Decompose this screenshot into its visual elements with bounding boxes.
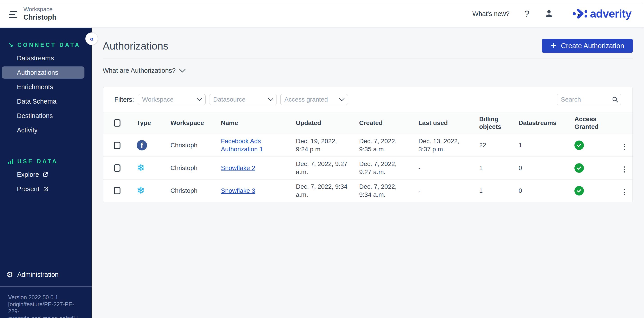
- cell-billing-objects: 22: [472, 134, 512, 157]
- chevron-down-icon: [197, 98, 202, 101]
- version-text: Version 2022.50.0.1: [8, 294, 84, 301]
- external-link-icon: [43, 186, 49, 192]
- cell-datastreams: 1: [512, 134, 568, 157]
- sidebar-item-present[interactable]: Present: [0, 182, 92, 196]
- workspace-filter-select[interactable]: Workspace: [138, 94, 206, 105]
- cell-datastreams: 0: [512, 180, 568, 202]
- table-row: ❄ Christoph Snowflake 3 Dec. 7, 2022, 9:…: [103, 180, 633, 202]
- help-icon[interactable]: ?: [524, 9, 530, 19]
- chevron-down-icon: [268, 98, 273, 101]
- workspace-name: Christoph: [24, 13, 56, 22]
- cell-workspace: Christoph: [164, 180, 214, 202]
- chevron-down-icon: [179, 69, 186, 72]
- sidebar-item-data-schema[interactable]: Data Schema: [0, 94, 92, 108]
- version-text: [origin/feature/PE-227-PE-229-: [8, 301, 84, 315]
- column-header-created: Created: [352, 112, 412, 134]
- table-header-row: Type Workspace Name Updated Created Last…: [103, 112, 633, 134]
- cell-created: Dec. 7, 2022, 9:35 a.m.: [359, 137, 409, 153]
- connect-data-list: Datastreams Authorizations Enrichments D…: [0, 51, 92, 138]
- page-title: Authorizations: [103, 40, 168, 52]
- filters-label: Filters:: [114, 96, 134, 103]
- main-content: Authorizations + Create Authorization Wh…: [92, 28, 644, 318]
- title-divider: [103, 58, 633, 59]
- use-data-list: Explore Present: [0, 167, 92, 196]
- workspace-label: Workspace: [24, 6, 56, 13]
- cell-last-used: -: [418, 187, 470, 195]
- column-header-name: Name: [214, 112, 289, 134]
- table-row: ❄ Christoph Snowflake 2 Dec. 7, 2022, 9:…: [103, 157, 633, 180]
- sidebar-item-activity[interactable]: Activity: [0, 123, 92, 138]
- datasource-filter-select[interactable]: Datasource: [209, 94, 277, 105]
- adverity-logo-mark-icon: [572, 8, 587, 20]
- column-header-updated: Updated: [289, 112, 352, 134]
- sidebar-item-authorizations[interactable]: Authorizations: [0, 65, 92, 80]
- table-row: f Christoph Facebook Ads Authorization 1…: [103, 134, 633, 157]
- workspace-switcher[interactable]: Workspace Christoph: [24, 6, 56, 22]
- what-are-authorizations-toggle[interactable]: What are Authorizations?: [103, 67, 186, 74]
- authorization-name-link[interactable]: Snowflake 3: [221, 187, 255, 195]
- access-granted-filter-select[interactable]: Access granted: [280, 94, 348, 105]
- app-window: Workspace Christoph What's new? ? adveri…: [0, 0, 644, 318]
- authorization-name-link[interactable]: Facebook Ads Authorization 1: [221, 137, 287, 153]
- cell-billing-objects: 1: [472, 157, 512, 180]
- adverity-logo[interactable]: adverity: [572, 7, 632, 20]
- user-icon[interactable]: [544, 9, 554, 18]
- cell-created: Dec. 7, 2022, 9:27 a.m.: [359, 160, 409, 176]
- sidebar-item-administration[interactable]: ⚙ Administration: [0, 271, 92, 278]
- column-header-workspace: Workspace: [164, 112, 214, 134]
- access-granted-icon: [574, 163, 584, 173]
- snowflake-icon: ❄: [137, 162, 145, 174]
- connect-data-icon: ↘: [8, 42, 13, 48]
- row-checkbox[interactable]: [114, 142, 120, 149]
- sidebar-item-enrichments[interactable]: Enrichments: [0, 80, 92, 94]
- external-link-icon: [42, 172, 48, 178]
- menu-icon[interactable]: [9, 11, 17, 18]
- sidebar-collapse-button[interactable]: «: [85, 32, 98, 45]
- scrollbar-gutter: [642, 3, 642, 318]
- cell-datastreams: 0: [512, 157, 568, 180]
- filters-row: Filters: Workspace Datasource: [103, 87, 632, 112]
- row-checkbox[interactable]: [114, 187, 120, 194]
- snowflake-icon: ❄: [137, 185, 145, 196]
- authorizations-table: Type Workspace Name Updated Created Last…: [103, 112, 633, 202]
- version-text: avocado-and-melon-salad] |: [8, 315, 84, 318]
- sidebar-footer: Version 2022.50.0.1 [origin/feature/PE-2…: [0, 286, 92, 318]
- top-bar: Workspace Christoph What's new? ? adveri…: [0, 0, 644, 28]
- use-data-icon: [8, 159, 13, 164]
- select-all-checkbox[interactable]: [114, 119, 120, 126]
- access-granted-icon: [574, 140, 584, 150]
- sidebar-item-destinations[interactable]: Destinations: [0, 108, 92, 123]
- sidebar-item-datastreams[interactable]: Datastreams: [0, 51, 92, 65]
- cell-last-used: Dec. 13, 2022, 3:37 p.m.: [418, 137, 470, 153]
- authorization-name-link[interactable]: Snowflake 2: [221, 164, 255, 172]
- section-use-data: USE DATA: [0, 158, 92, 165]
- row-checkbox[interactable]: [114, 164, 120, 172]
- whats-new-link[interactable]: What's new?: [472, 10, 510, 18]
- collapse-chevrons-icon: «: [90, 35, 94, 42]
- gear-icon: ⚙: [6, 271, 13, 278]
- adverity-logo-text: adverity: [590, 7, 632, 20]
- create-authorization-button[interactable]: + Create Authorization: [542, 39, 633, 53]
- column-header-last-used: Last used: [412, 112, 472, 134]
- search-icon[interactable]: [612, 96, 618, 103]
- use-data-label: USE DATA: [17, 158, 58, 165]
- access-granted-icon: [574, 186, 584, 196]
- section-connect-data: ↘ CONNECT DATA: [0, 42, 92, 48]
- row-actions-menu-button[interactable]: [622, 142, 627, 152]
- row-actions-menu-button[interactable]: [622, 164, 627, 175]
- cell-updated: Dec. 19, 2022, 9:24 p.m.: [296, 137, 350, 153]
- cell-billing-objects: 1: [472, 180, 512, 202]
- chevron-down-icon: [339, 98, 344, 101]
- sidebar-item-explore[interactable]: Explore: [0, 167, 92, 182]
- cell-workspace: Christoph: [164, 134, 214, 157]
- connect-data-label: CONNECT DATA: [17, 42, 80, 48]
- cell-updated: Dec. 7, 2022, 9:34 a.m.: [296, 183, 350, 199]
- row-actions-menu-button[interactable]: [622, 187, 627, 198]
- column-header-type: Type: [130, 112, 164, 134]
- cell-updated: Dec. 7, 2022, 9:27 a.m.: [296, 160, 350, 176]
- cell-workspace: Christoph: [164, 157, 214, 180]
- column-header-access-granted: Access Granted: [568, 112, 616, 134]
- facebook-icon: f: [137, 140, 147, 150]
- column-header-billing-objects: Billing objects: [472, 112, 512, 134]
- authorizations-card: Filters: Workspace Datasource: [103, 87, 633, 202]
